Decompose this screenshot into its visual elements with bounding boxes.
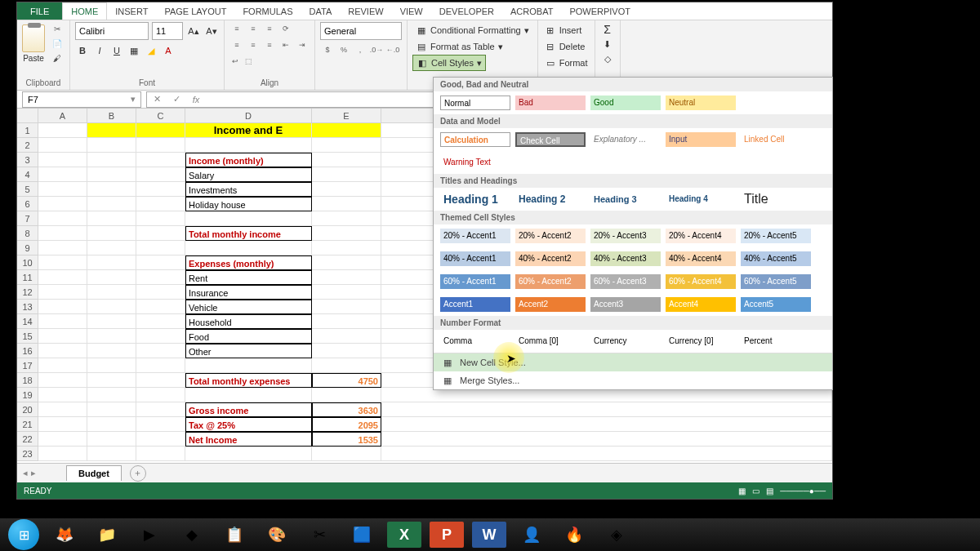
row-header-18[interactable]: 18 <box>17 373 38 388</box>
cell[interactable] <box>38 300 87 314</box>
cell[interactable] <box>38 138 87 153</box>
cell[interactable] <box>87 197 136 211</box>
cell[interactable] <box>87 447 136 461</box>
cell[interactable]: Salary <box>185 167 312 182</box>
cell[interactable] <box>87 388 136 402</box>
row-header-10[interactable]: 10 <box>17 256 38 270</box>
cell[interactable] <box>136 388 185 402</box>
cell[interactable] <box>87 300 136 314</box>
cell[interactable] <box>136 300 185 314</box>
fill-color-button[interactable]: ◢ <box>144 43 158 58</box>
row-header-6[interactable]: 6 <box>17 197 38 211</box>
cell[interactable]: 2095 <box>312 417 381 432</box>
cell[interactable] <box>38 270 87 285</box>
font-size-select[interactable] <box>152 22 183 40</box>
increase-indent-button[interactable]: ⇥ <box>295 38 310 51</box>
style-linked-cell[interactable]: Linked Cell <box>741 132 811 147</box>
taskbar-app5[interactable]: 👤 <box>514 522 549 548</box>
cell[interactable] <box>312 153 381 167</box>
cell[interactable]: Food <box>185 329 312 344</box>
style-accent5[interactable]: Accent5 <box>741 297 811 312</box>
cell[interactable]: 3630 <box>312 402 381 417</box>
currency-button[interactable]: $ <box>320 43 335 56</box>
row-header-4[interactable]: 4 <box>17 167 38 182</box>
style-currency[interactable]: Currency <box>590 334 661 349</box>
tab-pagelayout[interactable]: PAGE LAYOUT <box>156 2 234 20</box>
font-color-button[interactable]: A <box>161 43 176 58</box>
cell[interactable] <box>87 270 136 285</box>
tab-review[interactable]: REVIEW <box>340 2 391 20</box>
cell[interactable]: Income and E <box>185 123 312 138</box>
cell[interactable] <box>87 211 136 226</box>
select-all-corner[interactable] <box>17 109 38 123</box>
style-40-accent1[interactable]: 40% - Accent1 <box>440 251 510 266</box>
enter-formula-button[interactable]: ✓ <box>167 94 186 104</box>
row-header-11[interactable]: 11 <box>17 270 38 285</box>
taskbar-app4[interactable]: 🟦 <box>345 522 379 548</box>
taskbar-app1[interactable]: ◆ <box>175 522 209 548</box>
cell[interactable] <box>38 256 87 270</box>
cell[interactable] <box>38 388 87 402</box>
cell[interactable] <box>38 314 87 329</box>
row-header-14[interactable]: 14 <box>17 314 38 329</box>
style-checkcell[interactable]: Check Cell <box>515 132 586 147</box>
tab-data[interactable]: DATA <box>301 2 341 20</box>
taskbar-excel[interactable]: X <box>387 522 421 548</box>
row-header-7[interactable]: 7 <box>17 211 38 226</box>
cell[interactable] <box>38 402 87 417</box>
style-20-accent4[interactable]: 20% - Accent4 <box>666 229 736 243</box>
new-sheet-button[interactable]: ＋ <box>130 465 146 482</box>
new-cell-style-button[interactable]: ▦New Cell Style... <box>434 353 832 371</box>
cell[interactable] <box>136 167 185 182</box>
paste-button[interactable]: Paste <box>22 22 45 63</box>
bold-button[interactable]: B <box>75 43 90 58</box>
row-header-13[interactable]: 13 <box>17 300 38 314</box>
style-accent2[interactable]: Accent2 <box>515 297 586 312</box>
style-20-accent2[interactable]: 20% - Accent2 <box>515 229 586 243</box>
style-good[interactable]: Good <box>590 96 661 110</box>
cut-button[interactable]: ✂ <box>50 22 65 35</box>
tab-insert[interactable]: INSERT <box>107 2 156 20</box>
cell[interactable]: Rent <box>185 270 312 285</box>
cell[interactable]: Gross income <box>185 402 312 417</box>
taskbar-app7[interactable]: ◈ <box>599 522 634 548</box>
wrap-text-button[interactable]: ↩ <box>229 55 241 68</box>
underline-button[interactable]: U <box>109 43 124 58</box>
style-normal[interactable]: Normal <box>440 96 510 110</box>
cell[interactable] <box>185 358 312 373</box>
decrease-indent-button[interactable]: ⇤ <box>278 38 293 51</box>
decrease-decimal-button[interactable]: ←.0 <box>385 43 400 56</box>
cell[interactable] <box>312 270 381 285</box>
taskbar-app3[interactable]: 🎨 <box>260 522 294 548</box>
align-bottom-button[interactable]: ≡ <box>262 22 277 35</box>
cell[interactable] <box>38 226 87 241</box>
cell[interactable] <box>185 138 312 153</box>
row-header-9[interactable]: 9 <box>17 241 38 256</box>
style-60-accent4[interactable]: 60% - Accent4 <box>666 274 736 289</box>
taskbar-word[interactable]: W <box>472 522 506 548</box>
cell[interactable] <box>87 167 136 182</box>
cell[interactable] <box>87 226 136 241</box>
cell[interactable] <box>312 314 381 329</box>
tab-acrobat[interactable]: ACROBAT <box>502 2 561 20</box>
col-header-A[interactable]: A <box>38 109 87 123</box>
style-60-accent3[interactable]: 60% - Accent3 <box>590 274 661 289</box>
cell[interactable] <box>87 138 136 153</box>
cell[interactable] <box>312 285 381 300</box>
cell[interactable] <box>87 417 136 432</box>
cell[interactable] <box>136 226 185 241</box>
delete-button[interactable]: ⊟Delete <box>543 38 587 55</box>
style-title[interactable]: Title <box>741 192 811 207</box>
cell[interactable] <box>136 402 185 417</box>
style-percent[interactable]: Percent <box>741 334 811 349</box>
taskbar-explorer[interactable]: 📁 <box>90 522 124 548</box>
merge-center-button[interactable]: ⬚ <box>243 55 255 68</box>
cell[interactable] <box>136 197 185 211</box>
style-20-accent5[interactable]: 20% - Accent5 <box>741 229 811 243</box>
cell[interactable] <box>136 432 185 447</box>
taskbar-firefox[interactable]: 🦊 <box>47 522 82 548</box>
cell[interactable] <box>38 417 87 432</box>
format-button[interactable]: ▭Format <box>543 55 590 71</box>
row-header-15[interactable]: 15 <box>17 329 38 344</box>
row-header-2[interactable]: 2 <box>17 138 38 153</box>
